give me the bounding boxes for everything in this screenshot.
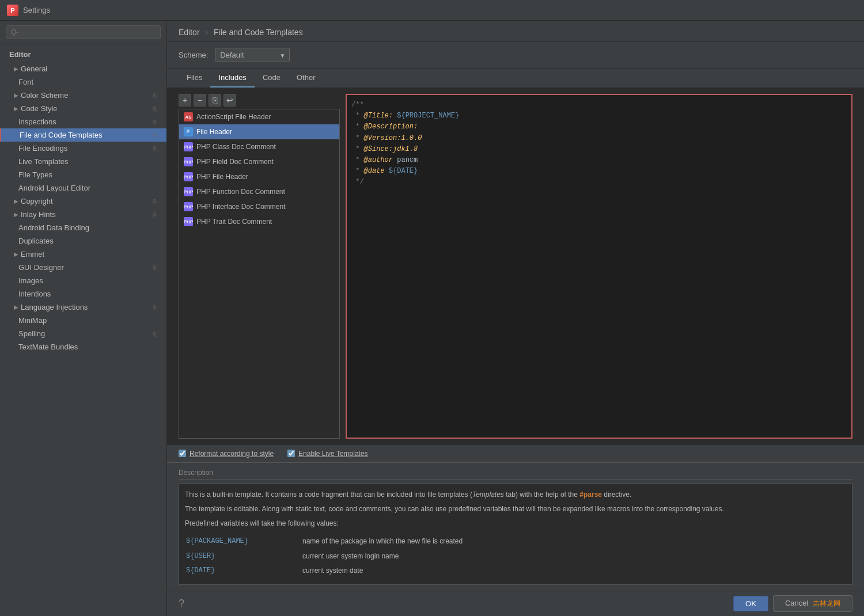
bottom-options: Reformat according to style Enable Live … (167, 444, 864, 462)
copy-icon: ⎘ (153, 304, 157, 311)
sidebar-item-label: Font (18, 78, 33, 86)
file-icon-file (184, 127, 193, 136)
sidebar-item-emmet[interactable]: ▶ Emmet (0, 248, 166, 261)
file-icon-php: PHP (184, 142, 193, 151)
sidebar-item-label: Inspections (18, 117, 56, 126)
template-list-item-php-file-header[interactable]: PHP PHP File Header (179, 169, 339, 184)
template-item-label: File Header (196, 128, 232, 136)
sidebar-item-font[interactable]: Font (0, 75, 166, 89)
sidebar-item-android-layout-editor[interactable]: Android Layout Editor (0, 181, 166, 195)
sidebar-item-label: File Encodings (18, 144, 67, 153)
breadcrumb-separator: › (205, 28, 208, 37)
tab-code[interactable]: Code (255, 69, 289, 88)
arrow-icon: ▶ (14, 105, 18, 112)
sidebar-item-copyright[interactable]: ▶ Copyright ⎘ (0, 195, 166, 208)
sidebar-item-spelling[interactable]: Spelling ⎘ (0, 327, 166, 340)
reformat-label: Reformat according to style (190, 450, 274, 458)
copy-icon: ⎘ (153, 145, 157, 152)
footer-right: OK Cancel 吉林龙网 (733, 595, 852, 612)
description-p2: The template is editable. Along with sta… (185, 504, 846, 515)
desc-bold-parse: #parse (579, 490, 602, 499)
template-item-label: PHP Interface Doc Comment (196, 203, 286, 211)
scheme-select-wrapper: Default (215, 48, 290, 62)
arrow-icon: ▶ (14, 304, 18, 310)
copy-icon: ⎘ (153, 119, 157, 126)
template-list-item-file-header[interactable]: File Header (179, 124, 339, 139)
sidebar-item-language-injections[interactable]: ▶ Language Injections ⎘ (0, 301, 166, 314)
sidebar-item-label: Spelling (18, 329, 45, 338)
sidebar-item-inlay-hints[interactable]: ▶ Inlay Hints ⎘ (0, 208, 166, 221)
cancel-label: Cancel (785, 599, 808, 607)
sidebar-item-file-and-code-templates[interactable]: File and Code Templates ⎘ (0, 128, 166, 142)
sidebar-item-inspections[interactable]: Inspections ⎘ (0, 115, 166, 128)
sidebar-search-wrapper (0, 21, 166, 44)
undo-button[interactable]: ↩ (223, 94, 236, 107)
tab-other[interactable]: Other (289, 69, 324, 88)
copy-button[interactable]: ⎘ (209, 94, 221, 107)
live-templates-checkbox[interactable] (287, 450, 295, 457)
template-item-label: PHP Function Doc Comment (196, 188, 285, 196)
search-input[interactable] (6, 25, 161, 39)
template-list-item-php-interface[interactable]: PHP PHP Interface Doc Comment (179, 199, 339, 214)
add-button[interactable]: + (179, 94, 191, 107)
sidebar-item-minimap[interactable]: MiniMap (0, 314, 166, 327)
sidebar-item-file-encodings[interactable]: File Encodings ⎘ (0, 142, 166, 155)
description-title: Description (179, 469, 852, 480)
desc-italic: Templates (472, 490, 504, 499)
breadcrumb-part1: Editor (179, 28, 200, 37)
file-icon-php: PHP (184, 217, 193, 226)
arrow-icon: ▶ (14, 211, 18, 218)
tab-files[interactable]: Files (179, 69, 210, 88)
sidebar: Editor ▶ General Font ▶ Color Scheme ⎘ ▶… (0, 21, 167, 616)
sidebar-item-color-scheme[interactable]: ▶ Color Scheme ⎘ (0, 89, 166, 102)
sidebar-item-textmate-bundles[interactable]: TextMate Bundles (0, 340, 166, 353)
template-list-item-php-function[interactable]: PHP PHP Function Doc Comment (179, 184, 339, 199)
copy-icon: ⎘ (153, 264, 157, 271)
sidebar-item-live-templates[interactable]: Live Templates (0, 155, 166, 168)
arrow-icon: ▶ (14, 66, 18, 72)
window-title: Settings (23, 6, 50, 14)
template-list-item-php-class[interactable]: PHP PHP Class Doc Comment (179, 139, 339, 154)
sidebar-item-gui-designer[interactable]: GUI Designer ⎘ (0, 261, 166, 274)
sidebar-item-general[interactable]: ▶ General (0, 62, 166, 75)
copy-icon: ⎘ (153, 132, 157, 139)
tab-includes[interactable]: Includes (210, 69, 254, 88)
sidebar-item-label: Emmet (21, 250, 44, 258)
var-row: ${PACKAGE_NAME} name of the package in w… (186, 535, 845, 548)
description-variables-table: ${PACKAGE_NAME} name of the package in w… (185, 534, 846, 579)
sidebar-item-label: Intentions (18, 290, 51, 298)
sidebar-item-intentions[interactable]: Intentions (0, 287, 166, 301)
code-editor[interactable]: /** * @Title: ${PROJECT_NAME} * @Descrip… (346, 94, 852, 439)
scheme-select[interactable]: Default (215, 48, 290, 62)
reformat-checkbox-label[interactable]: Reformat according to style (179, 450, 274, 458)
file-icon-as: AS (184, 112, 193, 121)
help-icon[interactable]: ? (179, 598, 184, 610)
scheme-row: Scheme: Default (167, 42, 864, 69)
template-list-item-php-trait[interactable]: PHP PHP Trait Doc Comment (179, 214, 339, 229)
ok-button[interactable]: OK (733, 596, 768, 611)
var-name: ${DATE} (186, 564, 301, 577)
var-name: ${PACKAGE_NAME} (186, 535, 301, 548)
template-list-item-actionscript[interactable]: AS ActionScript File Header (179, 109, 339, 124)
sidebar-item-file-types[interactable]: File Types (0, 168, 166, 181)
live-templates-label: Enable Live Templates (298, 450, 368, 458)
content-header: Editor › File and Code Templates (167, 21, 864, 42)
live-templates-checkbox-label[interactable]: Enable Live Templates (287, 450, 368, 458)
sidebar-item-duplicates[interactable]: Duplicates (0, 234, 166, 248)
sidebar-item-label: Images (18, 276, 43, 285)
template-list-item-php-field[interactable]: PHP PHP Field Doc Comment (179, 154, 339, 169)
sidebar-item-label: File Types (18, 170, 52, 179)
footer-brand: 吉林龙网 (813, 599, 840, 607)
file-icon-php: PHP (184, 187, 193, 196)
sidebar-item-android-data-binding[interactable]: Android Data Binding (0, 221, 166, 234)
sidebar-item-label: MiniMap (18, 316, 47, 325)
var-name: ${USER} (186, 550, 301, 563)
content-area: Editor › File and Code Templates Scheme:… (167, 21, 864, 616)
remove-button[interactable]: − (194, 94, 206, 107)
template-list: AS ActionScript File Header Fi (179, 109, 340, 439)
sidebar-item-code-style[interactable]: ▶ Code Style ⎘ (0, 102, 166, 115)
sidebar-item-images[interactable]: Images (0, 274, 166, 287)
reformat-checkbox[interactable] (179, 450, 186, 457)
template-item-label: PHP Trait Doc Comment (196, 218, 272, 226)
cancel-button[interactable]: Cancel 吉林龙网 (773, 595, 852, 612)
